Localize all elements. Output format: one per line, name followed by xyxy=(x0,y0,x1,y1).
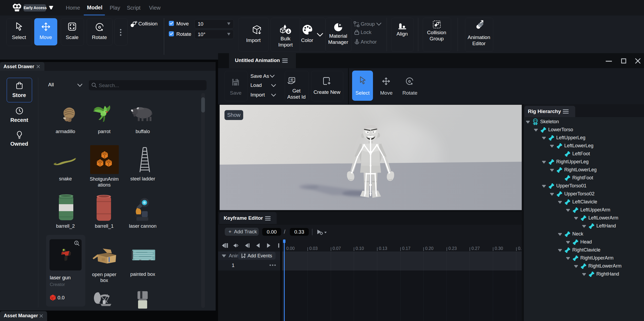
svg-text:ID: ID xyxy=(291,78,293,81)
